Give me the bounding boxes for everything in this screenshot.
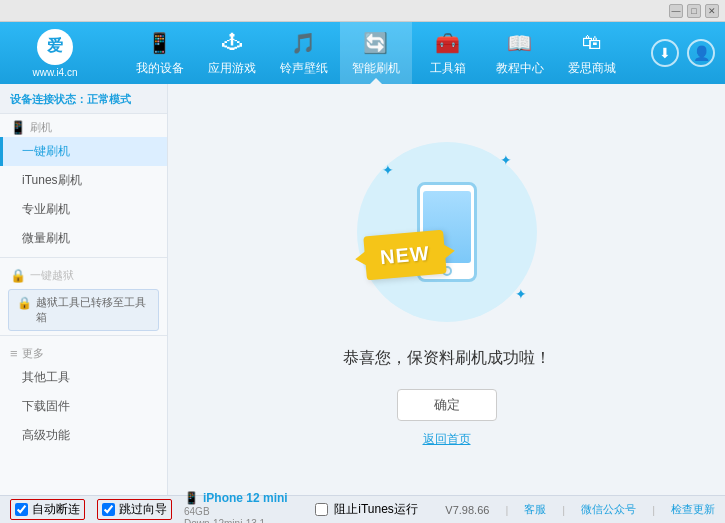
sidebar-status: 设备连接状态：正常模式	[0, 84, 167, 114]
device-info: 📱 iPhone 12 mini 64GB Down-12mini-13,1	[184, 491, 288, 524]
sidebar-item-micro[interactable]: 微量刷机	[0, 224, 167, 253]
sidebar-item-itunes[interactable]: iTunes刷机	[0, 166, 167, 195]
sidebar-item-advanced-label: 高级功能	[22, 427, 70, 444]
nav-ringtone-icon: 🎵	[291, 30, 317, 56]
more-section-icon: ≡	[10, 346, 18, 361]
nav-app-game[interactable]: 🕹 应用游戏	[196, 22, 268, 84]
auto-disconnect-label: 自动断连	[32, 501, 80, 518]
user-button[interactable]: 👤	[687, 39, 715, 67]
flash-section-icon: 📱	[10, 120, 26, 135]
new-badge-text: NEW	[379, 241, 430, 268]
device-phone-icon: 📱	[184, 491, 199, 505]
nav-tutorial-icon: 📖	[507, 30, 533, 56]
sidebar-status-value: 正常模式	[87, 93, 131, 105]
jailbreak-info-box: 🔒 越狱工具已转移至工具箱	[8, 289, 159, 331]
nav-tutorial[interactable]: 📖 教程中心	[484, 22, 556, 84]
nav-my-device-label: 我的设备	[136, 60, 184, 77]
nav-toolbox-label: 工具箱	[430, 60, 466, 77]
sidebar-section-jailbreak: 🔒 一键越狱	[0, 262, 167, 285]
auto-disconnect-input[interactable]	[15, 503, 28, 516]
sidebar-item-pro-label: 专业刷机	[22, 201, 70, 218]
nav-right: ⬇ 👤	[651, 39, 715, 67]
sidebar-item-micro-label: 微量刷机	[22, 230, 70, 247]
device-system: Down-12mini-13,1	[184, 518, 288, 524]
confirm-button[interactable]: 确定	[397, 389, 497, 421]
sidebar-item-onekey[interactable]: 一键刷机	[0, 137, 167, 166]
nav-shop-icon: 🛍	[579, 30, 605, 56]
nav-my-device[interactable]: 📱 我的设备	[124, 22, 196, 84]
nav-smart-flash[interactable]: 🔄 智能刷机	[340, 22, 412, 84]
logo-icon: 爱	[37, 29, 73, 65]
bottom-left: 自动断连 跳过向导 📱 iPhone 12 mini 64GB Down-12m…	[10, 491, 288, 524]
success-illustration: NEW ✦ ✦ ✦	[347, 132, 547, 332]
nav-toolbox-icon: 🧰	[435, 30, 461, 56]
success-message: 恭喜您，保资料刷机成功啦！	[343, 348, 551, 369]
nav-smart-flash-icon: 🔄	[363, 30, 389, 56]
sidebar-section-flash: 📱 刷机	[0, 114, 167, 137]
more-section-label: 更多	[22, 346, 44, 361]
nav-items: 📱 我的设备 🕹 应用游戏 🎵 铃声壁纸 🔄 智能刷机 🧰 工具箱 📖 教程中心…	[100, 22, 651, 84]
device-storage: 64GB	[184, 506, 288, 517]
nav-app-game-icon: 🕹	[219, 30, 245, 56]
jailbreak-info-text: 越狱工具已转移至工具箱	[36, 295, 150, 325]
sidebar-item-other-tools-label: 其他工具	[22, 369, 70, 386]
logo: 爱 www.i4.cn	[10, 29, 100, 78]
sidebar-item-advanced[interactable]: 高级功能	[0, 421, 167, 450]
nav-ringtone[interactable]: 🎵 铃声壁纸	[268, 22, 340, 84]
bottom-bar: 自动断连 跳过向导 📱 iPhone 12 mini 64GB Down-12m…	[0, 495, 725, 523]
bottom-right: V7.98.66 | 客服 | 微信公众号 | 检查更新	[445, 502, 715, 517]
star-icon-1: ✦	[382, 162, 394, 178]
wechat-link[interactable]: 微信公众号	[581, 502, 636, 517]
nav-app-game-label: 应用游戏	[208, 60, 256, 77]
device-name-text: iPhone 12 mini	[203, 491, 288, 505]
sidebar: 设备连接状态：正常模式 📱 刷机 一键刷机 iTunes刷机 专业刷机 微量刷机…	[0, 84, 168, 495]
device-name-row: 📱 iPhone 12 mini	[184, 491, 288, 505]
nav-ringtone-label: 铃声壁纸	[280, 60, 328, 77]
stop-itunes-label: 阻止iTunes运行	[334, 501, 418, 518]
nav-shop-label: 爱思商城	[568, 60, 616, 77]
title-bar: — □ ✕	[0, 0, 725, 22]
main-area: 设备连接状态：正常模式 📱 刷机 一键刷机 iTunes刷机 专业刷机 微量刷机…	[0, 84, 725, 495]
skip-wizard-label: 跳过向导	[119, 501, 167, 518]
nav-my-device-icon: 📱	[147, 30, 173, 56]
star-icon-3: ✦	[515, 286, 527, 302]
jailbreak-lock-icon: 🔒	[17, 296, 32, 310]
skip-wizard-checkbox[interactable]: 跳过向导	[97, 499, 172, 520]
version-text: V7.98.66	[445, 504, 489, 516]
flash-section-label: 刷机	[30, 120, 52, 135]
download-button[interactable]: ⬇	[651, 39, 679, 67]
nav-toolbox[interactable]: 🧰 工具箱	[412, 22, 484, 84]
sidebar-item-other-tools[interactable]: 其他工具	[0, 363, 167, 392]
nav-smart-flash-label: 智能刷机	[352, 60, 400, 77]
nav-tutorial-label: 教程中心	[496, 60, 544, 77]
minimize-button[interactable]: —	[669, 4, 683, 18]
sidebar-item-onekey-label: 一键刷机	[22, 143, 70, 160]
sidebar-section-more: ≡ 更多	[0, 340, 167, 363]
auto-disconnect-checkbox[interactable]: 自动断连	[10, 499, 85, 520]
sidebar-item-pro[interactable]: 专业刷机	[0, 195, 167, 224]
back-link[interactable]: 返回首页	[423, 431, 471, 448]
content-area: NEW ✦ ✦ ✦ 恭喜您，保资料刷机成功啦！ 确定 返回首页	[168, 84, 725, 495]
top-nav: 爱 www.i4.cn 📱 我的设备 🕹 应用游戏 🎵 铃声壁纸 🔄 智能刷机 …	[0, 22, 725, 84]
close-button[interactable]: ✕	[705, 4, 719, 18]
service-link[interactable]: 客服	[524, 502, 546, 517]
star-icon-2: ✦	[500, 152, 512, 168]
divider-1	[0, 257, 167, 258]
skip-wizard-input[interactable]	[102, 503, 115, 516]
update-link[interactable]: 检查更新	[671, 502, 715, 517]
stop-itunes-checkbox[interactable]	[315, 503, 328, 516]
logo-url: www.i4.cn	[32, 67, 77, 78]
divider-2	[0, 335, 167, 336]
sidebar-item-download-firmware-label: 下载固件	[22, 398, 70, 415]
illus-ribbon: NEW	[363, 229, 447, 280]
sidebar-item-download-firmware[interactable]: 下载固件	[0, 392, 167, 421]
jailbreak-section-label: 一键越狱	[30, 268, 74, 283]
nav-shop[interactable]: 🛍 爱思商城	[556, 22, 628, 84]
jailbreak-section-icon: 🔒	[10, 268, 26, 283]
sidebar-item-itunes-label: iTunes刷机	[22, 172, 82, 189]
sidebar-status-label: 设备连接状态：	[10, 93, 87, 105]
maximize-button[interactable]: □	[687, 4, 701, 18]
stop-itunes-area: 阻止iTunes运行	[315, 501, 418, 518]
